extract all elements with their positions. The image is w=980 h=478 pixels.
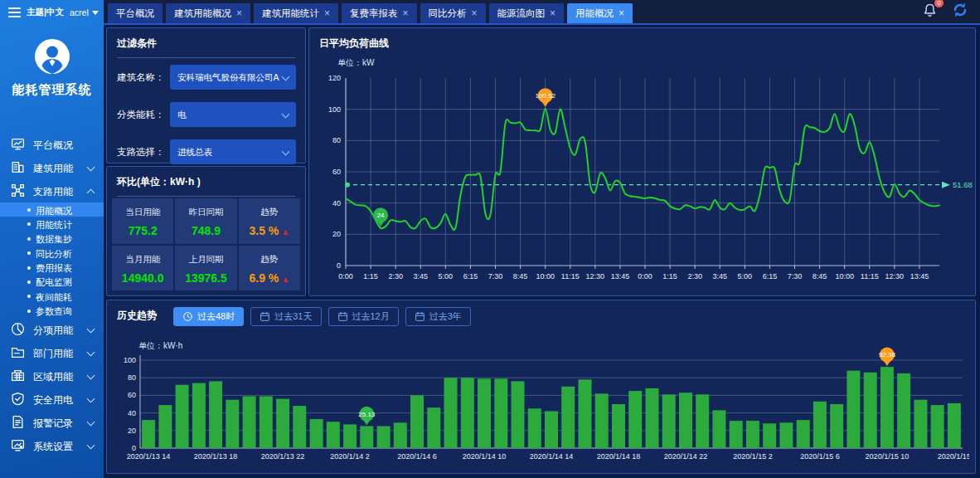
user-menu[interactable]: acrel xyxy=(70,7,99,17)
stat-label: 当月用能 xyxy=(112,254,173,266)
tab-close-icon[interactable]: × xyxy=(324,8,330,18)
refresh-button[interactable] xyxy=(952,2,968,22)
branch-select[interactable]: 进线总表 xyxy=(170,139,296,164)
hamburger-menu-icon[interactable] xyxy=(8,7,21,17)
theme-language-label[interactable]: 主题|中文 xyxy=(27,7,64,18)
svg-text:13:45: 13:45 xyxy=(611,272,630,280)
chevron-up-icon xyxy=(87,189,95,198)
sidebar-item-部门用能[interactable]: 部门用能 xyxy=(0,341,104,364)
tab-label: 同比分析 xyxy=(429,7,467,20)
folder-icon-wrap xyxy=(11,345,25,363)
sidebar-item-建筑用能[interactable]: 建筑用能 xyxy=(0,156,104,179)
chevron-down-icon xyxy=(87,441,95,450)
svg-text:120: 120 xyxy=(328,74,341,82)
load-curve-title: 日平均负荷曲线 xyxy=(309,28,975,51)
range-button-label: 过去48时 xyxy=(197,310,235,323)
chevron-down-icon xyxy=(87,163,95,172)
stat-value: 14940.0 xyxy=(112,271,173,285)
sidebar-subitem-label: 夜间能耗 xyxy=(36,291,72,304)
sidebar-subitem-label: 参数查询 xyxy=(36,305,72,318)
sidebar-item-报警记录[interactable]: 报警记录 xyxy=(0,411,104,434)
svg-text:80: 80 xyxy=(332,136,341,144)
tab-平台概况[interactable]: 平台概况 xyxy=(108,3,163,23)
stat-cell-当日用能: 当日用能775.2 xyxy=(112,198,173,244)
stat-cell-上月同期: 上月同期13976.5 xyxy=(175,246,236,291)
notifications-button[interactable]: 0 xyxy=(922,2,938,22)
building-name-select[interactable]: 安科瑞电气股份有限公司A楼 xyxy=(170,65,296,90)
range-button-过去3年[interactable]: 过去3年 xyxy=(405,307,471,326)
sidebar-subitem-费用报表[interactable]: 费用报表 xyxy=(0,261,104,275)
stat-label: 趋势 xyxy=(239,207,300,218)
sidebar-item-支路用能[interactable]: 支路用能 xyxy=(0,179,104,202)
svg-text:8:45: 8:45 xyxy=(513,272,528,280)
trend-up-icon: ▲ xyxy=(281,227,289,237)
svg-text:7:30: 7:30 xyxy=(488,272,503,280)
app-title: 能耗管理系统 xyxy=(0,82,104,98)
building-icon xyxy=(11,160,25,174)
tab-复费率报表[interactable]: 复费率报表× xyxy=(342,3,417,23)
sidebar-subitem-夜间能耗[interactable]: 夜间能耗 xyxy=(0,289,104,303)
trend-value: 3.5 % xyxy=(249,224,279,237)
sidebar-item-安全用电[interactable]: 安全用电 xyxy=(0,388,104,411)
chevron-down-icon xyxy=(87,418,95,427)
trend-value: 6.9 % xyxy=(249,271,279,285)
svg-text:2020/1/13 18: 2020/1/13 18 xyxy=(194,452,238,461)
clock-icon xyxy=(182,311,193,322)
tab-close-icon[interactable]: × xyxy=(472,8,478,18)
sidebar-item-label: 平台概况 xyxy=(33,139,73,153)
svg-text:2020/1/15 2: 2020/1/15 2 xyxy=(733,452,773,461)
tab-建筑用能概况[interactable]: 建筑用能概况× xyxy=(166,3,250,23)
svg-text:80: 80 xyxy=(128,373,136,382)
tab-建筑用能统计[interactable]: 建筑用能统计× xyxy=(254,3,338,23)
history-trend-panel: 历史趋势 过去48时过去31天过去12月过去3年 单位：kW·h 0204060… xyxy=(106,300,976,474)
sidebar-item-系统设置[interactable]: 系统设置 xyxy=(0,434,104,457)
sidebar-subitem-参数查询[interactable]: 参数查询 xyxy=(0,304,104,318)
energy-type-select[interactable]: 电 xyxy=(170,102,296,127)
tab-close-icon[interactable]: × xyxy=(550,8,555,18)
load-curve-panel: 日平均负荷曲线 单位：kW 0:001:152:303:455:006:157:… xyxy=(308,27,976,296)
stat-cell-趋势: 趋势3.5 %▲ xyxy=(239,198,300,244)
range-button-label: 过去31天 xyxy=(274,310,312,323)
sidebar: 主题|中文 acrel 能耗管理系统 平台概况建筑用能支路用能用能概况用能统计数… xyxy=(0,0,104,478)
svg-text:1:15: 1:15 xyxy=(662,272,677,280)
sidebar-subitem-同比分析[interactable]: 同比分析 xyxy=(0,246,104,260)
tab-能源流向图[interactable]: 能源流向图× xyxy=(489,3,565,23)
refresh-icon xyxy=(952,2,968,18)
svg-text:11:15: 11:15 xyxy=(561,272,580,280)
tab-用能概况[interactable]: 用能概况× xyxy=(567,3,633,23)
tab-同比分析[interactable]: 同比分析× xyxy=(420,3,486,23)
tab-close-icon[interactable]: × xyxy=(403,8,409,18)
sidebar-subitem-用能概况[interactable]: 用能概况 xyxy=(0,202,104,217)
sidebar-subitem-用能统计[interactable]: 用能统计 xyxy=(0,217,104,231)
sidebar-item-分项用能[interactable]: 分项用能 xyxy=(0,318,104,341)
svg-text:0: 0 xyxy=(132,444,136,452)
range-button-过去12月[interactable]: 过去12月 xyxy=(328,307,399,326)
svg-text:2020/1/14 14: 2020/1/14 14 xyxy=(530,452,574,461)
app-logo: 能耗管理系统 xyxy=(0,38,104,98)
calendar-icon xyxy=(415,311,425,322)
svg-text:2020/1/14 22: 2020/1/14 22 xyxy=(664,452,708,461)
range-button-过去48时[interactable]: 过去48时 xyxy=(173,307,244,326)
tab-close-icon[interactable]: × xyxy=(236,8,242,18)
load-curve-chart: 0:001:152:303:455:006:157:308:4510:0011:… xyxy=(316,70,973,295)
svg-text:60: 60 xyxy=(128,391,136,399)
sidebar-item-平台概况[interactable]: 平台概况 xyxy=(0,133,104,156)
sidebar-item-区域用能[interactable]: 区域用能 xyxy=(0,364,104,388)
chevron-down-icon xyxy=(87,395,95,403)
tab-label: 能源流向图 xyxy=(497,7,546,20)
sidebar-top: 主题|中文 acrel xyxy=(0,0,104,25)
chevron-down-icon xyxy=(282,148,290,156)
shield-icon xyxy=(11,392,25,406)
sidebar-subitem-label: 数据集抄 xyxy=(36,233,72,246)
sidebar-item-label: 支路用能 xyxy=(33,185,73,199)
area-icon xyxy=(11,368,25,383)
svg-text:60: 60 xyxy=(332,168,341,176)
range-button-label: 过去12月 xyxy=(352,310,390,323)
tab-close-icon[interactable]: × xyxy=(619,8,624,18)
stat-cell-趋势: 趋势6.9 %▲ xyxy=(239,246,300,291)
sidebar-subitem-数据集抄[interactable]: 数据集抄 xyxy=(0,232,104,246)
range-button-过去31天[interactable]: 过去31天 xyxy=(250,307,321,326)
sidebar-subitem-配电监测[interactable]: 配电监测 xyxy=(0,275,104,289)
range-button-label: 过去3年 xyxy=(429,310,462,323)
tab-label: 平台概况 xyxy=(116,7,154,20)
